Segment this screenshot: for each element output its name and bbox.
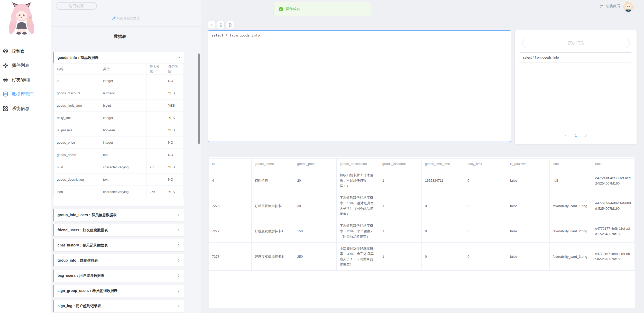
table-card-title: friend_users：好友信息数据表 <box>58 228 108 233</box>
schema-cell: NO <box>165 75 184 87</box>
schema-cell: integer <box>100 75 146 87</box>
result-cell: e47791b7-4ef8-11ef-b658-5254007bf160 <box>592 243 635 271</box>
sidebar-item-database[interactable]: 数据库管理 <box>0 87 51 101</box>
sidebar-item-friends-groups[interactable]: 好友/群组 <box>0 72 51 87</box>
result-cell: 0 <box>464 169 507 192</box>
schema-table: 名称 类型 最大长度 是否为空 idintegerNO goods_discou… <box>53 63 184 198</box>
schema-header-row: 名称 类型 最大长度 是否为空 <box>54 63 184 75</box>
schema-cell: YES <box>165 87 184 99</box>
table-card-goods-info: goods_info：商品数据表 名称 类型 最大长度 是否为空 <box>53 52 184 206</box>
result-column-header: is_passive <box>507 159 549 169</box>
result-cell: 0 <box>464 243 507 271</box>
schema-row: goods_discountnumericYES <box>54 87 184 99</box>
schema-cell <box>146 112 165 124</box>
schema-cell: YES <box>165 124 184 136</box>
result-cell: 0 <box>464 192 507 220</box>
chevron-left-icon <box>564 134 567 137</box>
schema-column-header: 类型 <box>100 63 146 75</box>
result-cell: 30 <box>294 192 337 220</box>
watermark-text: 风灵月影的魔法 <box>116 16 140 21</box>
sidebar-item-plugins[interactable]: 插件列表 <box>0 58 51 72</box>
sidebar-item-console[interactable]: 控制台 <box>0 44 51 58</box>
system-grid-icon <box>3 106 8 112</box>
panel-scrollbar-thumb[interactable] <box>198 53 200 144</box>
pagination-next-button[interactable] <box>584 134 587 137</box>
table-card-group-info[interactable]: group_info：群聊信息表 <box>53 254 184 266</box>
tables-panel: 端口设置 风灵月影的魔法 数据表 goods_info：商品数据表 <box>51 0 201 313</box>
pagination-page-1[interactable]: 1 <box>575 134 577 137</box>
schema-column-header: 名称 <box>54 63 100 75</box>
schema-cell <box>146 124 165 136</box>
schema-cell: YES <box>165 99 184 112</box>
result-cell: false <box>507 192 549 220</box>
result-cell: 20 <box>294 169 337 192</box>
schema-cell: 255 <box>146 186 165 198</box>
result-cell: favorability_card_3.png <box>549 243 592 271</box>
schema-cell: goods_price <box>54 136 100 149</box>
schema-cell <box>146 87 165 99</box>
table-card-title: sign_group_users：群员签到数据表 <box>58 289 117 293</box>
schema-cell: YES <box>165 161 184 173</box>
user-avatar-image <box>623 1 634 12</box>
result-cell: 下次签到双倍好感度概率 + 30%（金币才是真命天子！）（同类商品将覆盖） <box>337 243 379 271</box>
sidebar: 控制台 插件列表 好友/群组 数据库管理 <box>0 0 51 313</box>
clear-icon <box>219 23 223 27</box>
text-caret <box>260 33 260 37</box>
result-column-header: goods_description <box>337 159 379 169</box>
schema-row: is_passivebooleanYES <box>54 124 184 136</box>
sidebar-item-label: 好友/群组 <box>12 77 31 83</box>
chevron-right-icon <box>177 274 180 277</box>
chevron-right-icon <box>177 213 180 217</box>
run-query-button[interactable] <box>208 21 215 29</box>
result-cell: false <box>507 220 549 243</box>
clear-query-button[interactable] <box>217 21 225 29</box>
results-header-row: id goods_name goods_price goods_descript… <box>209 159 635 169</box>
panel-divider <box>51 26 201 27</box>
user-avatar[interactable] <box>623 1 634 12</box>
table-card-title: goods_info：商品数据表 <box>58 56 98 60</box>
table-card-title: sign_log：用户签到记录表 <box>58 304 101 308</box>
sidebar-item-system-info[interactable]: 系统信息 <box>0 101 51 116</box>
chevron-right-icon <box>177 244 180 247</box>
account-area: 切换账号 <box>599 0 634 12</box>
result-cell: 4 <box>209 169 252 192</box>
history-title: 历史记录 <box>522 39 630 48</box>
history-item[interactable]: select * from goods_info <box>520 52 632 62</box>
result-cell: 好感度双倍加持卡Ⅲ <box>251 243 294 271</box>
result-cell: 幻想卡包 <box>251 169 294 192</box>
result-column-header: goods_price <box>294 159 337 169</box>
schema-cell: character varying <box>100 186 146 198</box>
journal-button[interactable] <box>226 21 234 29</box>
pagination-prev-button[interactable] <box>564 134 567 137</box>
result-column-header: id <box>209 159 252 169</box>
table-card-bag-users[interactable]: bag_users：用户道具数据表 <box>53 270 184 282</box>
result-cell: e47790fd-4ef8-11ef-88dd-5254007bf160 <box>592 192 635 220</box>
odometer-icon <box>3 48 8 54</box>
result-cell: 好感度双倍加持卡Ⅰ <box>251 192 294 220</box>
schema-cell: id <box>54 75 100 87</box>
result-cell: false <box>507 169 549 192</box>
result-row: 7277好感度双倍加持卡Ⅱ150下次签到双倍好感度概率 + 20%（平平庸庸）（… <box>209 220 635 243</box>
result-cell: null <box>549 169 592 192</box>
schema-cell <box>146 75 165 87</box>
table-card-title: group_info_users：群员信息数据表 <box>58 213 117 217</box>
port-settings-button[interactable]: 端口设置 <box>56 2 97 10</box>
schema-cell <box>146 173 165 186</box>
table-card-group-info-users[interactable]: group_info_users：群员信息数据表 <box>53 209 184 221</box>
journal-icon <box>228 23 232 27</box>
table-card-sign-log[interactable]: sign_log：用户签到记录表 <box>53 300 184 312</box>
swap-icon <box>599 4 604 8</box>
table-card-friend-users[interactable]: friend_users：好友信息数据表 <box>53 224 184 236</box>
switch-account-label[interactable]: 切换账号 <box>606 4 620 8</box>
result-cell: 0 <box>422 220 464 243</box>
result-cell: 7276 <box>209 192 252 220</box>
schema-cell: daily_limit <box>54 112 100 124</box>
table-card-header-goods-info[interactable]: goods_info：商品数据表 <box>53 52 184 63</box>
schema-cell: NO <box>165 173 184 186</box>
sidebar-item-label: 控制台 <box>12 48 25 54</box>
sql-editor[interactable]: select * from goods_info <box>208 30 511 142</box>
table-card-chat-history[interactable]: chat_history：聊天记录数据表 <box>53 239 184 251</box>
result-column-header: goods_limit_time <box>422 159 464 169</box>
table-card-sign-group-users[interactable]: sign_group_users：群员签到数据表 <box>53 285 184 297</box>
schema-column-header: 是否为空 <box>165 63 184 75</box>
